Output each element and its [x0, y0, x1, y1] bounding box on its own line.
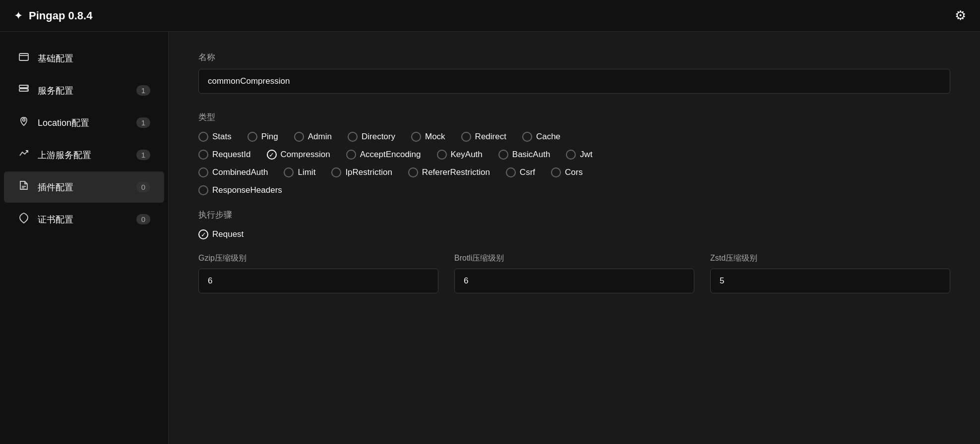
svg-point-7 [27, 90, 28, 91]
radio-csrf[interactable]: Csrf [506, 167, 535, 177]
radio-iprestriction[interactable]: IpRestriction [331, 167, 392, 177]
radio-label-csrf: Csrf [520, 167, 535, 177]
radio-acceptencoding[interactable]: AcceptEncoding [346, 150, 421, 160]
sidebar-badge-service: 1 [136, 85, 150, 96]
radio-label-responseheaders: ResponseHeaders [212, 185, 282, 195]
radio-requestid[interactable]: RequestId [198, 150, 251, 160]
sidebar-item-location-left: Location配置 [18, 116, 89, 129]
name-input[interactable] [198, 69, 950, 94]
radio-circle-limit [284, 167, 294, 177]
radio-label-keyauth: KeyAuth [451, 150, 483, 160]
radio-basicauth[interactable]: BasicAuth [498, 150, 551, 160]
upstream-icon [18, 148, 30, 162]
radio-label-directory: Directory [362, 132, 395, 142]
radio-label-mock: Mock [425, 132, 445, 142]
radio-mock[interactable]: Mock [411, 132, 445, 142]
radio-label-refererrestriction: RefererRestriction [422, 167, 490, 177]
gzip-label: Gzip压缩级别 [198, 253, 438, 264]
radio-directory[interactable]: Directory [348, 132, 395, 142]
radio-circle-admin [294, 132, 304, 142]
sidebar-item-basic-left: 基础配置 [18, 52, 73, 65]
radio-circle-csrf [506, 167, 516, 177]
radio-stats[interactable]: Stats [198, 132, 232, 142]
sidebar-badge-upstream: 1 [136, 150, 150, 160]
app-title: Pingap 0.8.4 [29, 9, 92, 22]
radio-compression[interactable]: ✓ Compression [267, 150, 330, 160]
server-icon [18, 84, 30, 97]
step-field-group: 执行步骤 ✓ Request [198, 209, 950, 239]
step-radio-group: ✓ Request [198, 229, 950, 239]
radio-circle-request: ✓ [198, 229, 208, 239]
type-radio-row4: ResponseHeaders [198, 185, 950, 195]
svg-point-8 [23, 119, 25, 121]
plugin-icon [18, 180, 30, 194]
gzip-field: Gzip压缩级别 [198, 253, 438, 293]
zstd-input[interactable] [710, 269, 950, 293]
zstd-label: Zstd压缩级别 [710, 253, 950, 264]
radio-keyauth[interactable]: KeyAuth [437, 150, 483, 160]
radio-label-iprestriction: IpRestriction [345, 167, 392, 177]
location-icon [18, 116, 30, 129]
type-field-group: 类型 Stats Ping Admin Directory [198, 111, 950, 195]
radio-request[interactable]: ✓ Request [198, 229, 244, 239]
brotli-label: Brotli压缩级别 [454, 253, 694, 264]
radio-admin[interactable]: Admin [294, 132, 332, 142]
main-layout: 基础配置 服务配置 1 [0, 32, 980, 444]
radio-label-stats: Stats [212, 132, 232, 142]
radio-circle-ping [247, 132, 257, 142]
radio-label-request: Request [212, 229, 244, 239]
radio-circle-stats [198, 132, 208, 142]
radio-circle-iprestriction [331, 167, 341, 177]
sidebar-item-service-left: 服务配置 [18, 84, 73, 97]
sidebar-badge-cert: 0 [136, 214, 150, 224]
radio-circle-refererrestriction [408, 167, 418, 177]
radio-combinedauth[interactable]: CombinedAuth [198, 167, 268, 177]
radio-circle-jwt [566, 150, 576, 160]
gzip-input[interactable] [198, 269, 438, 293]
sidebar-item-plugin-left: 插件配置 [18, 180, 73, 194]
sidebar-item-service[interactable]: 服务配置 1 [4, 75, 164, 106]
sidebar-item-plugin[interactable]: 插件配置 0 [4, 171, 164, 203]
radio-label-basicauth: BasicAuth [512, 150, 551, 160]
brotli-input[interactable] [454, 269, 694, 293]
radio-responseheaders[interactable]: ResponseHeaders [198, 185, 934, 195]
type-radio-row2: RequestId ✓ Compression AcceptEncoding K… [198, 150, 950, 160]
type-radio-row3: CombinedAuth Limit IpRestriction Referer… [198, 167, 950, 177]
radio-label-combinedauth: CombinedAuth [212, 167, 268, 177]
radio-label-redirect: Redirect [475, 132, 506, 142]
sidebar-label-plugin: 插件配置 [38, 181, 73, 193]
radio-label-jwt: Jwt [580, 150, 593, 160]
settings-icon[interactable]: ⚙ [955, 8, 966, 23]
sidebar-badge-location: 1 [136, 117, 150, 128]
radio-ping[interactable]: Ping [247, 132, 278, 142]
radio-label-cache: Cache [536, 132, 560, 142]
svg-point-6 [27, 86, 28, 87]
sidebar-item-cert[interactable]: 证书配置 0 [4, 204, 164, 235]
radio-label-acceptencoding: AcceptEncoding [360, 150, 421, 160]
radio-refererrestriction[interactable]: RefererRestriction [408, 167, 490, 177]
sidebar-label-location: Location配置 [38, 117, 89, 129]
radio-jwt[interactable]: Jwt [566, 150, 593, 160]
logo-icon: ✦ [14, 9, 23, 22]
radio-cors[interactable]: Cors [551, 167, 583, 177]
main-content: 名称 类型 Stats Ping Admin [169, 32, 980, 444]
name-field-group: 名称 [198, 52, 950, 108]
radio-cache[interactable]: Cache [522, 132, 560, 142]
sidebar-item-location[interactable]: Location配置 1 [4, 107, 164, 138]
sidebar-item-cert-left: 证书配置 [18, 213, 73, 226]
header-left: ✦ Pingap 0.8.4 [14, 9, 92, 22]
radio-circle-basicauth [498, 150, 508, 160]
type-label: 类型 [198, 111, 950, 123]
radio-circle-keyauth [437, 150, 447, 160]
radio-circle-compression: ✓ [267, 150, 277, 160]
radio-redirect[interactable]: Redirect [461, 132, 506, 142]
radio-label-cors: Cors [565, 167, 583, 177]
svg-rect-0 [19, 54, 28, 60]
radio-limit[interactable]: Limit [284, 167, 315, 177]
sidebar-item-basic[interactable]: 基础配置 [4, 43, 164, 74]
sidebar: 基础配置 服务配置 1 [0, 32, 169, 444]
sidebar-label-upstream: 上游服务配置 [38, 149, 91, 161]
sidebar-label-service: 服务配置 [38, 85, 73, 97]
sidebar-badge-plugin: 0 [136, 182, 150, 192]
sidebar-item-upstream[interactable]: 上游服务配置 1 [4, 139, 164, 170]
